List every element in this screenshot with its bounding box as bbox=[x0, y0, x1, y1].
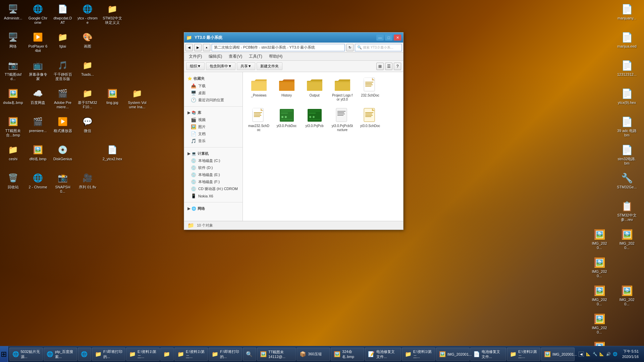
include-library-button[interactable]: 包含到库中▼ bbox=[206, 62, 235, 70]
desktop-icon-network[interactable]: 🖥️ 网络 bbox=[2, 30, 24, 57]
address-path[interactable]: 第二次独立调程 › PCB制作 › stm32最小系统 › YT3.0 最小系统 bbox=[212, 44, 345, 51]
taskbar-explorer-5[interactable]: 📁 F:\即将打印的... bbox=[209, 348, 242, 361]
desktop-icon-premiere2[interactable]: 🎬 premiere... bbox=[26, 114, 49, 142]
sidebar-item-recent[interactable]: 🕐 最近访问的位置 bbox=[184, 97, 243, 104]
menu-tools[interactable]: 工具(T) bbox=[247, 53, 264, 60]
desktop-icon-ytcx9hex[interactable]: 📄 ytcx(9).hex bbox=[615, 86, 638, 114]
file-item-232schdoc[interactable]: 232.SchDoc bbox=[358, 75, 383, 103]
organize-button[interactable]: 组织▼ bbox=[186, 62, 205, 70]
taskbar-chrome-1[interactable]: 🌐 5032贴片无源... bbox=[9, 348, 43, 361]
taskbar-exp6[interactable]: 📁 E:\资料1\第二... bbox=[402, 348, 435, 361]
taskbar-img2020[interactable]: 🖼️ IMG_202001... bbox=[541, 348, 575, 361]
sidebar-item-documents[interactable]: 📄 文档 bbox=[184, 130, 243, 137]
desktop-icon-flv[interactable]: 🎥 序列 01.flv bbox=[76, 171, 99, 198]
desktop-icon-dat[interactable]: 📄 dtwpcdat.DAT bbox=[51, 2, 74, 29]
menu-help[interactable]: 帮助(H) bbox=[267, 53, 285, 60]
menu-edit[interactable]: 编辑(E) bbox=[207, 53, 224, 60]
desktop-icon-stm32[interactable]: 📁 STM32中文块定义义 bbox=[101, 2, 124, 29]
desktop-icon-baidu[interactable]: ☁️ 百度网盘 bbox=[26, 86, 49, 114]
sidebar-item-music[interactable]: 🎵 音乐 bbox=[184, 137, 243, 144]
forward-button[interactable]: ▶ bbox=[194, 44, 202, 51]
taskbar-chrome-2[interactable]: 🌐 ptp_百度搜索... bbox=[44, 348, 77, 361]
desktop-icon-39c[interactable]: 📄 39 adc 电路bm bbox=[615, 114, 638, 142]
file-item-projlogs[interactable]: Project Logs for yt3.0 bbox=[330, 75, 355, 103]
desktop-icon-chrome2[interactable]: 🌐 2 - Chrome bbox=[26, 171, 49, 198]
desktop-icon-manjuany[interactable]: 📄 manjuany... bbox=[615, 2, 638, 29]
desktop-icon-tsads[interactable]: 📁 Tsads... bbox=[76, 58, 99, 85]
help-icon-btn[interactable]: ? bbox=[394, 63, 401, 70]
share-button[interactable]: 共享▼ bbox=[237, 62, 255, 70]
desktop-icon-dsda[interactable]: 🖼️ dsda名.bmp bbox=[2, 86, 24, 114]
desktop-icon-ytcx2hex[interactable]: 📄 2_ytcx2.hex bbox=[101, 142, 124, 170]
file-item-previews[interactable]: _Previews bbox=[246, 75, 271, 103]
library-header[interactable]: ▶ 📚 库 bbox=[184, 109, 243, 116]
sidebar-item-download[interactable]: 📥 下载 bbox=[184, 82, 243, 89]
refresh-button[interactable]: ↻ bbox=[346, 44, 354, 51]
desktop-icon-sysvolume[interactable]: 📁 System Volume Ina... bbox=[126, 86, 149, 114]
file-item-schdoc[interactable]: yt3.0.SchDoc bbox=[358, 106, 383, 134]
file-item-pcbdoc[interactable]: yt3.0.PcbDoc bbox=[274, 106, 299, 134]
desktop-icon-stm32bm2[interactable]: 📄 stm32电路.bm bbox=[615, 142, 638, 170]
desktop-icon-premiere[interactable]: 🎬 Adobe Premiere... bbox=[51, 86, 74, 114]
desktop-icon-chrome[interactable]: 🌐 Google Chrome bbox=[26, 2, 49, 29]
desktop-icon-recycle[interactable]: 🗑️ 回收站 bbox=[2, 171, 24, 198]
desktop-icon-music[interactable]: 🎵 千千静听百度音乐版 bbox=[51, 58, 74, 85]
desktop-icon-ting[interactable]: 🖼️ ting.jpg bbox=[101, 86, 124, 114]
network-header[interactable]: ▶ 🌐 网络 bbox=[184, 205, 243, 212]
taskbar-explorer-1[interactable]: 📁 F:\即将打印的... bbox=[92, 348, 125, 361]
back-button[interactable]: ◀ bbox=[185, 44, 193, 51]
desktop-icon-ceshi[interactable]: 📁 ceshi bbox=[2, 142, 24, 170]
desktop-icon-diskgenius[interactable]: 💿 DiskGenius bbox=[51, 142, 74, 170]
taskbar-tt-cut[interactable]: 🖼️ TT截图未14112@... bbox=[257, 348, 296, 361]
desktop-icon-potplayer[interactable]: ▶️ PotPlayer 64bit bbox=[26, 30, 49, 57]
taskbar-img[interactable]: 🖼️ IMG_202001... bbox=[436, 348, 470, 361]
start-button[interactable]: ⊞ bbox=[0, 346, 8, 362]
taskbar-elec2[interactable]: 📁 E:\资料1\第二... bbox=[507, 348, 540, 361]
desktop-icon-tt[interactable]: 📷 TT截图dsfd... bbox=[2, 58, 24, 85]
sidebar-item-d-drive[interactable]: 💿 软件 (D:) bbox=[184, 164, 243, 171]
taskbar-explorer-3[interactable]: 📁 bbox=[160, 348, 174, 361]
taskbar-baidu[interactable]: 🔍 bbox=[243, 348, 256, 361]
search-box[interactable]: 🔍 搜索 YT3.0 最小系... bbox=[355, 44, 402, 51]
desktop-icon-screen-rec[interactable]: 📺 屏幕录像专家 bbox=[26, 58, 49, 85]
desktop-icon-dfd[interactable]: 🖼️ dfd名.bmp bbox=[26, 142, 49, 170]
new-folder-button[interactable]: 新建文件夹 bbox=[257, 62, 282, 70]
menu-file[interactable]: 文件(F) bbox=[187, 53, 204, 60]
file-item-output[interactable]: Output bbox=[302, 75, 327, 103]
desktop-icon-snapshot[interactable]: 📸 SNAPSH0... bbox=[51, 171, 74, 198]
sidebar-item-pictures[interactable]: 🖼️ 图片 bbox=[184, 123, 243, 130]
up-button[interactable]: ▲ bbox=[203, 44, 210, 51]
desktop-icon-stm32ref[interactable]: 📋 STM32中文参...rev bbox=[615, 199, 638, 226]
sidebar-item-e-drive[interactable]: 💿 本地磁盘 (E:) bbox=[184, 171, 243, 178]
sidebar-item-c-drive[interactable]: 💿 本地磁盘 (C:) bbox=[184, 157, 243, 164]
file-item-history[interactable]: History bbox=[274, 75, 299, 103]
tray-network-icon[interactable]: 🌐 bbox=[613, 352, 618, 356]
desktop-icon-mx[interactable]: 🔧 STM32Ge... bbox=[615, 171, 638, 198]
view-list-button[interactable]: ☰ bbox=[385, 63, 392, 70]
minimize-button[interactable]: — bbox=[376, 35, 384, 41]
maximize-button[interactable]: □ bbox=[385, 35, 392, 41]
sidebar-item-desktop[interactable]: 🖥️ 桌面 bbox=[184, 89, 243, 97]
desktop-icon-123123[interactable]: 📄 12312312... bbox=[615, 58, 638, 85]
desktop-icon-img6[interactable]: 🖼️ IMG_2020... bbox=[588, 311, 611, 339]
desktop-icon-marijua[interactable]: 📄 marijua.eed bbox=[615, 30, 638, 57]
taskbar-324[interactable]: 🖼️ 324命名.bmp bbox=[331, 348, 364, 361]
desktop-icon-img2[interactable]: 🖼️ IMG_2020... bbox=[615, 227, 638, 254]
sidebar-item-cdrom[interactable]: 💿 CD 驱动器 (H:) CDROM bbox=[184, 185, 243, 192]
computer-header[interactable]: ▶ 💻 计算机 bbox=[184, 150, 243, 157]
taskbar-elec[interactable]: 📄 电池修复文文件... bbox=[470, 348, 506, 361]
desktop-icon-fglai[interactable]: 📁 fglai bbox=[51, 30, 74, 57]
desktop-icon-format[interactable]: ▶️ 格式播放器 bbox=[51, 114, 74, 142]
taskbar-chrome-3[interactable]: 🌐 bbox=[78, 348, 91, 361]
file-item-structure[interactable]: yt3.0.PrjPcbStructure bbox=[330, 106, 355, 134]
desktop-icon-admin[interactable]: 🖥️ Administr... bbox=[2, 2, 24, 29]
menu-view[interactable]: 查看(V) bbox=[227, 53, 244, 60]
close-button[interactable]: ✕ bbox=[394, 35, 401, 41]
desktop-icon-img5[interactable]: 🖼️ IMG_2020... bbox=[615, 283, 638, 311]
taskbar-explorer-2[interactable]: 📁 E:\资料1\第二... bbox=[126, 348, 160, 361]
desktop-icon-img1[interactable]: 🖼️ IMG_2020... bbox=[588, 227, 611, 254]
file-item-max232[interactable]: max232.SchDoc bbox=[246, 106, 271, 134]
desktop-icon-stm32f10[interactable]: 📁 基于STM32F10... bbox=[76, 86, 99, 114]
tray-volume-icon[interactable]: 🔊 bbox=[606, 352, 611, 356]
desktop-icon-weixin[interactable]: 💬 微信 bbox=[76, 114, 99, 142]
